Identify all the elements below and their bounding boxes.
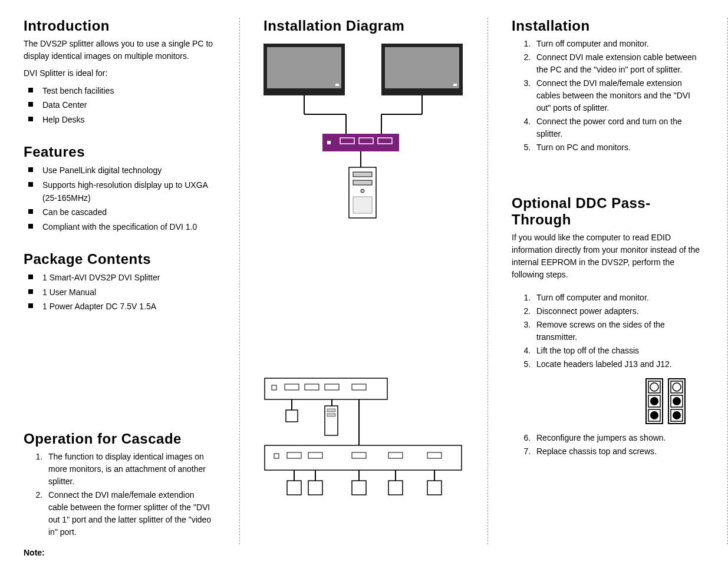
section-ddc: Optional DDC Pass-Through If you would l… [512, 195, 704, 458]
intro-text: The DVS2P splitter allows you to use a s… [24, 38, 216, 62]
list-item: Lift the top off of the chassis [533, 345, 704, 357]
heading-introduction: Introduction [24, 18, 216, 34]
svg-point-57 [650, 397, 658, 405]
list-item: Compliant with the specification of DVI … [28, 220, 216, 233]
section-installation: Installation Turn off computer and monit… [512, 18, 704, 154]
heading-ddc: Optional DDC Pass-Through [512, 195, 704, 228]
jumper-diagram-icon [512, 378, 686, 425]
list-item: Connect the DVI male/female extension ca… [533, 77, 704, 114]
list-item: 1 Power Adapter DC 7.5V 1.5A [28, 300, 216, 313]
svg-rect-44 [287, 481, 301, 495]
svg-rect-1 [267, 47, 341, 88]
svg-rect-5 [453, 84, 457, 86]
svg-rect-22 [353, 197, 372, 213]
svg-point-66 [673, 411, 681, 419]
list-item: Turn off computer and monitor. [533, 38, 704, 50]
list-item: Replace chassis top and screws. [533, 445, 704, 458]
package-list: 1 Smart-AVI DVS2P DVI Splitter 1 User Ma… [24, 271, 216, 313]
intro-subtext: DVI Splitter is ideal for: [24, 67, 216, 80]
svg-rect-12 [322, 134, 399, 151]
svg-rect-33 [327, 409, 335, 412]
ddc-list-b: Reconfigure the jumpers as shown. Replac… [512, 432, 704, 458]
section-features: Features Use PanelLink digital technolog… [24, 144, 216, 233]
svg-rect-13 [327, 141, 331, 144]
list-item: Test bench facilities [28, 84, 216, 97]
svg-point-21 [361, 189, 364, 193]
list-item: 1 Smart-AVI DVS2P DVI Splitter [28, 271, 216, 284]
heading-cascade: Operation for Cascade [24, 431, 216, 447]
svg-point-62 [673, 383, 681, 391]
list-item: Turn off computer and monitor. [533, 292, 704, 304]
list-item: Use PanelLink digital technology [28, 164, 216, 177]
svg-rect-52 [352, 481, 366, 495]
section-cascade: Operation for Cascade The function to di… [24, 431, 216, 562]
cascade-diagram-icon [263, 373, 464, 509]
features-list: Use PanelLink digital technology Support… [24, 164, 216, 233]
list-item: Locate headers labeled J13 and J12. [533, 358, 704, 371]
column-2: Installation Diagram [240, 18, 488, 544]
svg-rect-23 [265, 378, 387, 399]
intro-list: Test bench facilities Data Center Help D… [24, 84, 216, 126]
list-item: Help Desks [28, 113, 216, 126]
svg-point-64 [673, 397, 681, 405]
installation-diagram-icon [263, 38, 464, 226]
column-1: Introduction The DVS2P splitter allows y… [0, 18, 240, 544]
svg-rect-19 [353, 172, 372, 177]
cascade-list: The function to display identical images… [24, 451, 216, 538]
heading-features: Features [24, 144, 216, 160]
list-item: Disconnect power adapters. [533, 305, 704, 318]
svg-rect-50 [427, 481, 442, 495]
list-item: Supports high-resolution dislplay up to … [28, 178, 216, 205]
list-item: Connect the power cord and turn on the s… [533, 115, 704, 140]
svg-rect-48 [388, 481, 403, 495]
heading-installation: Installation [512, 18, 704, 34]
column-3: Installation Turn off computer and monit… [488, 18, 728, 544]
svg-rect-36 [265, 445, 462, 470]
ddc-list-a: Turn off computer and monitor. Disconnec… [512, 292, 704, 371]
note-label: Note: [24, 547, 216, 559]
list-item: Connect the DVI male/female extendion ca… [45, 489, 216, 538]
svg-rect-46 [308, 481, 322, 495]
svg-rect-30 [286, 410, 298, 422]
list-item: The function to display identical images… [45, 451, 216, 488]
svg-rect-4 [385, 47, 459, 88]
list-item: Can be cascaded [28, 206, 216, 219]
list-item: 1 User Manual [28, 286, 216, 299]
svg-point-59 [650, 411, 658, 419]
svg-rect-34 [327, 414, 335, 416]
list-item: Turn on PC and monitors. [533, 141, 704, 154]
list-item: Connect DVI male extension cable between… [533, 51, 704, 76]
heading-package: Package Contents [24, 251, 216, 267]
ddc-intro: If you would like the computer to read E… [512, 232, 704, 281]
installation-list: Turn off computer and monitor. Connect D… [512, 38, 704, 154]
list-item: Remove screws on the sides of the transm… [533, 319, 704, 343]
section-introduction: Introduction The DVS2P splitter allows y… [24, 18, 216, 126]
svg-rect-20 [353, 180, 372, 185]
svg-rect-2 [335, 84, 339, 86]
list-item: Data Center [28, 98, 216, 111]
svg-point-55 [650, 383, 658, 391]
section-package: Package Contents 1 Smart-AVI DVS2P DVI S… [24, 251, 216, 313]
heading-installation-diagram: Installation Diagram [263, 18, 464, 34]
list-item: Reconfigure the jumpers as shown. [533, 432, 704, 444]
